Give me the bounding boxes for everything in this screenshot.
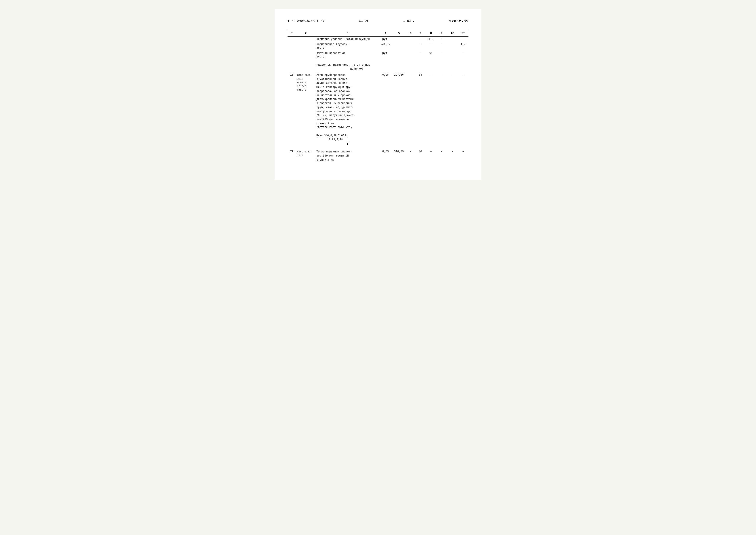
col-header-11: II xyxy=(458,30,468,37)
cell-unit: руб. xyxy=(380,51,392,60)
col-header-2: 2 xyxy=(296,30,315,37)
cell-col5: 3I0,79 xyxy=(392,149,406,162)
cell-description: Узлы трубопроводов с установкой необхо- … xyxy=(315,72,380,147)
cell-7: – xyxy=(415,51,426,60)
main-table: I 2 3 4 5 6 7 8 9 IO II норматив.условно… xyxy=(288,30,468,162)
cell-id: I6 xyxy=(288,72,296,147)
col-header-8: 8 xyxy=(425,30,436,37)
col-header-1: I xyxy=(288,30,296,37)
cell-col9: – xyxy=(436,149,447,162)
cell-col6: – xyxy=(406,72,415,147)
cell-col10: – xyxy=(447,72,458,147)
col-header-3: 3 xyxy=(315,30,380,37)
table-header-row: I 2 3 4 5 6 7 8 9 IO II xyxy=(288,30,468,37)
cell-col11: – xyxy=(458,149,468,162)
cell-desc: нормативная трудоем-кость xyxy=(315,42,380,51)
cell-col4: 0,I8 xyxy=(380,72,392,147)
table-row: сметная заработнаяплата руб. – 64 – – xyxy=(288,51,468,60)
page-header: Т.П. 090I-9-I5.I.87 Ал.VI - 64 - 22662-0… xyxy=(288,19,468,23)
cell-10 xyxy=(447,51,458,60)
cell-10 xyxy=(447,42,458,51)
section-header-row: Раздел 2. Материалы, не учтенные ценнико… xyxy=(288,60,468,72)
page-number: - 64 - xyxy=(403,20,415,23)
col-header-4: 4 xyxy=(380,30,392,37)
cell-col4: 0,I3 xyxy=(380,149,392,162)
cell-unit: чел.-ч xyxy=(380,42,392,51)
cell-6 xyxy=(406,42,415,51)
cell-blank xyxy=(296,60,315,72)
cell-col11: – xyxy=(458,72,468,147)
table-row: нормативная трудоем-кость чел.-ч – – – I… xyxy=(288,42,468,51)
cell-code: CI59-33592310прим.32310/3стр.45 xyxy=(296,72,315,147)
cell-8: 64 xyxy=(425,51,436,60)
cell-id: I7 xyxy=(288,149,296,162)
cell-10 xyxy=(447,37,458,42)
cell-col8: – xyxy=(425,149,436,162)
cell-col6: – xyxy=(406,149,415,162)
cell-5 xyxy=(392,42,406,51)
cell-9: – xyxy=(436,42,447,51)
table-row: I6 CI59-33592310прим.32310/3стр.45 Узлы … xyxy=(288,72,468,147)
cell-col8: – xyxy=(425,72,436,147)
cell-6 xyxy=(406,51,415,60)
col-header-5: 5 xyxy=(392,30,406,37)
cell-col9: – xyxy=(436,72,447,147)
cell-5 xyxy=(392,51,406,60)
cell-id xyxy=(288,37,296,42)
cell-9: – xyxy=(436,51,447,60)
cell-col5: 297,66 xyxy=(392,72,406,147)
page: Т.П. 090I-9-I5.I.87 Ал.VI - 64 - 22662-0… xyxy=(275,9,481,180)
cell-id xyxy=(288,51,296,60)
cell-8: II3 xyxy=(425,37,436,42)
cell-11 xyxy=(458,37,468,42)
cell-id xyxy=(288,42,296,51)
table-row: I7 CI59-335I2310 То же,наружным диамет- … xyxy=(288,149,468,162)
cell-unit: руб. xyxy=(380,37,392,42)
col-header-10: IO xyxy=(447,30,458,37)
cell-7: – xyxy=(415,37,426,42)
col-header-6: 6 xyxy=(406,30,415,37)
col-header-9: 9 xyxy=(436,30,447,37)
document-number: 22662-05 xyxy=(449,19,468,23)
cell-col7: 40 xyxy=(415,149,426,162)
header-center: Ал.VI xyxy=(359,20,368,23)
cell-11: – xyxy=(458,51,468,60)
cell-blank xyxy=(288,60,296,72)
cell-desc: норматив.условно–чистая продукция xyxy=(315,37,380,42)
cell-description: То же,наружным диамет- ром I59 мм, толщи… xyxy=(315,149,380,162)
cell-code: CI59-335I2310 xyxy=(296,149,315,162)
cell-col7: 54 xyxy=(415,72,426,147)
cell-11: II7 xyxy=(458,42,468,51)
col-header-7: 7 xyxy=(415,30,426,37)
cell-5 xyxy=(392,37,406,42)
cell-code xyxy=(296,51,315,60)
cell-code xyxy=(296,37,315,42)
cell-col10: – xyxy=(447,149,458,162)
cell-9: – xyxy=(436,37,447,42)
cell-desc: сметная заработнаяплата xyxy=(315,51,380,60)
cell-7: – xyxy=(415,42,426,51)
section-title: Раздел 2. Материалы, не учтенные ценнико… xyxy=(315,60,468,72)
cell-6 xyxy=(406,37,415,42)
spacer-row xyxy=(288,147,468,149)
table-row: норматив.условно–чистая продукция руб. –… xyxy=(288,37,468,42)
header-left: Т.П. 090I-9-I5.I.87 xyxy=(288,20,324,23)
cell-8: – xyxy=(425,42,436,51)
cell-code xyxy=(296,42,315,51)
